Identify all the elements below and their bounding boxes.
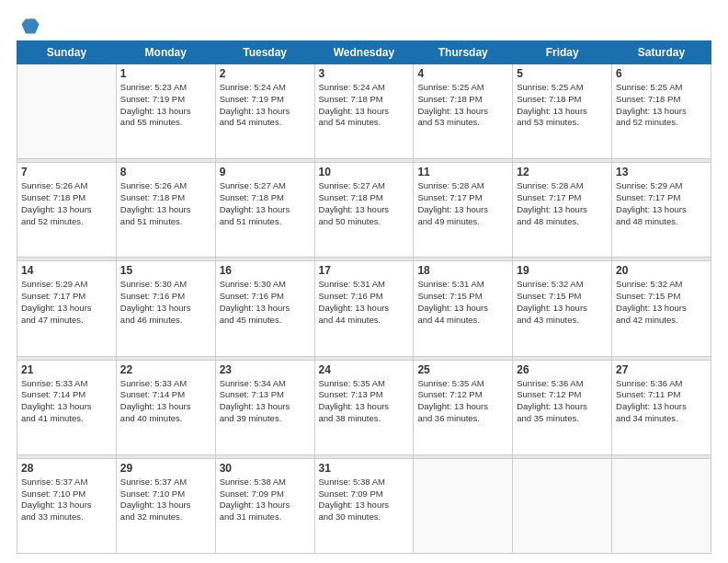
- calendar-cell: 16Sunrise: 5:30 AM Sunset: 7:16 PM Dayli…: [215, 261, 314, 356]
- weekday-header: Saturday: [612, 41, 711, 64]
- day-number: 28: [21, 462, 112, 475]
- day-info: Sunrise: 5:25 AM Sunset: 7:18 PM Dayligh…: [417, 82, 508, 129]
- calendar-cell: 10Sunrise: 5:27 AM Sunset: 7:18 PM Dayli…: [314, 163, 414, 258]
- calendar-cell: 24Sunrise: 5:35 AM Sunset: 7:13 PM Dayli…: [314, 360, 414, 454]
- weekday-header: Tuesday: [215, 41, 314, 64]
- day-number: 5: [517, 67, 608, 80]
- calendar-cell: 29Sunrise: 5:37 AM Sunset: 7:10 PM Dayli…: [116, 458, 215, 553]
- weekday-header: Sunday: [17, 41, 117, 64]
- calendar-cell: [414, 458, 513, 553]
- day-info: Sunrise: 5:29 AM Sunset: 7:17 PM Dayligh…: [616, 180, 707, 227]
- calendar-cell: 28Sunrise: 5:37 AM Sunset: 7:10 PM Dayli…: [17, 458, 117, 553]
- day-number: 15: [120, 264, 211, 277]
- calendar-cell: 6Sunrise: 5:25 AM Sunset: 7:18 PM Daylig…: [612, 64, 711, 159]
- day-number: 3: [319, 67, 410, 80]
- day-info: Sunrise: 5:36 AM Sunset: 7:11 PM Dayligh…: [616, 378, 707, 425]
- day-number: 31: [319, 462, 410, 475]
- day-info: Sunrise: 5:23 AM Sunset: 7:19 PM Dayligh…: [120, 82, 211, 129]
- calendar-cell: 31Sunrise: 5:38 AM Sunset: 7:09 PM Dayli…: [314, 458, 414, 553]
- calendar-cell: 17Sunrise: 5:31 AM Sunset: 7:16 PM Dayli…: [314, 261, 414, 356]
- logo-icon: [20, 15, 40, 35]
- calendar-week-row: 14Sunrise: 5:29 AM Sunset: 7:17 PM Dayli…: [17, 261, 711, 356]
- day-info: Sunrise: 5:33 AM Sunset: 7:14 PM Dayligh…: [120, 378, 211, 425]
- calendar-cell: 5Sunrise: 5:25 AM Sunset: 7:18 PM Daylig…: [513, 64, 612, 159]
- day-number: 21: [21, 363, 112, 376]
- calendar-cell: 20Sunrise: 5:32 AM Sunset: 7:15 PM Dayli…: [612, 261, 711, 356]
- day-number: 2: [220, 67, 311, 80]
- day-info: Sunrise: 5:34 AM Sunset: 7:13 PM Dayligh…: [220, 378, 311, 425]
- day-info: Sunrise: 5:35 AM Sunset: 7:12 PM Dayligh…: [417, 378, 508, 425]
- calendar-cell: 11Sunrise: 5:28 AM Sunset: 7:17 PM Dayli…: [414, 163, 513, 258]
- day-number: 27: [616, 363, 707, 376]
- calendar-table: SundayMondayTuesdayWednesdayThursdayFrid…: [17, 40, 711, 554]
- day-number: 29: [120, 462, 211, 475]
- weekday-header: Monday: [116, 41, 215, 64]
- page: SundayMondayTuesdayWednesdayThursdayFrid…: [0, 0, 728, 563]
- day-info: Sunrise: 5:25 AM Sunset: 7:18 PM Dayligh…: [517, 82, 608, 129]
- calendar-cell: 7Sunrise: 5:26 AM Sunset: 7:18 PM Daylig…: [17, 163, 117, 258]
- day-number: 8: [120, 166, 211, 178]
- calendar-cell: [612, 458, 711, 553]
- weekday-header: Friday: [513, 41, 612, 64]
- calendar-cell: [17, 64, 117, 159]
- day-number: 13: [616, 166, 707, 178]
- calendar-week-row: 28Sunrise: 5:37 AM Sunset: 7:10 PM Dayli…: [17, 458, 711, 553]
- calendar-cell: 23Sunrise: 5:34 AM Sunset: 7:13 PM Dayli…: [215, 360, 314, 454]
- day-info: Sunrise: 5:24 AM Sunset: 7:19 PM Dayligh…: [220, 82, 311, 129]
- calendar-cell: 13Sunrise: 5:29 AM Sunset: 7:17 PM Dayli…: [612, 163, 711, 258]
- day-number: 24: [319, 363, 410, 376]
- day-info: Sunrise: 5:38 AM Sunset: 7:09 PM Dayligh…: [220, 477, 311, 523]
- calendar-cell: 15Sunrise: 5:30 AM Sunset: 7:16 PM Dayli…: [116, 261, 215, 356]
- calendar-cell: 2Sunrise: 5:24 AM Sunset: 7:19 PM Daylig…: [215, 64, 314, 159]
- calendar-cell: 18Sunrise: 5:31 AM Sunset: 7:15 PM Dayli…: [414, 261, 513, 356]
- header: [17, 17, 711, 35]
- day-info: Sunrise: 5:28 AM Sunset: 7:17 PM Dayligh…: [517, 180, 608, 227]
- day-info: Sunrise: 5:30 AM Sunset: 7:16 PM Dayligh…: [120, 279, 211, 326]
- day-number: 4: [417, 67, 508, 80]
- day-info: Sunrise: 5:25 AM Sunset: 7:18 PM Dayligh…: [616, 82, 707, 129]
- day-info: Sunrise: 5:24 AM Sunset: 7:18 PM Dayligh…: [319, 82, 410, 129]
- calendar-header-row: SundayMondayTuesdayWednesdayThursdayFrid…: [17, 41, 711, 64]
- day-info: Sunrise: 5:27 AM Sunset: 7:18 PM Dayligh…: [319, 180, 410, 227]
- weekday-header: Thursday: [414, 41, 513, 64]
- day-number: 20: [616, 264, 707, 277]
- calendar-cell: 3Sunrise: 5:24 AM Sunset: 7:18 PM Daylig…: [314, 64, 414, 159]
- calendar-cell: 1Sunrise: 5:23 AM Sunset: 7:19 PM Daylig…: [116, 64, 215, 159]
- calendar-cell: 21Sunrise: 5:33 AM Sunset: 7:14 PM Dayli…: [17, 360, 117, 454]
- day-number: 11: [417, 166, 508, 178]
- day-info: Sunrise: 5:32 AM Sunset: 7:15 PM Dayligh…: [517, 279, 608, 326]
- calendar-cell: 14Sunrise: 5:29 AM Sunset: 7:17 PM Dayli…: [17, 261, 117, 356]
- day-number: 23: [220, 363, 311, 376]
- day-info: Sunrise: 5:26 AM Sunset: 7:18 PM Dayligh…: [120, 180, 211, 227]
- day-number: 17: [319, 264, 410, 277]
- day-number: 10: [319, 166, 410, 178]
- day-info: Sunrise: 5:31 AM Sunset: 7:15 PM Dayligh…: [417, 279, 508, 326]
- day-info: Sunrise: 5:37 AM Sunset: 7:10 PM Dayligh…: [120, 477, 211, 523]
- weekday-header: Wednesday: [314, 41, 414, 64]
- calendar-cell: 25Sunrise: 5:35 AM Sunset: 7:12 PM Dayli…: [414, 360, 513, 454]
- day-info: Sunrise: 5:29 AM Sunset: 7:17 PM Dayligh…: [21, 279, 112, 326]
- calendar-cell: [513, 458, 612, 553]
- day-info: Sunrise: 5:35 AM Sunset: 7:13 PM Dayligh…: [319, 378, 410, 425]
- day-info: Sunrise: 5:37 AM Sunset: 7:10 PM Dayligh…: [21, 477, 112, 523]
- day-info: Sunrise: 5:33 AM Sunset: 7:14 PM Dayligh…: [21, 378, 112, 425]
- day-info: Sunrise: 5:31 AM Sunset: 7:16 PM Dayligh…: [319, 279, 410, 326]
- day-number: 30: [220, 462, 311, 475]
- calendar-cell: 19Sunrise: 5:32 AM Sunset: 7:15 PM Dayli…: [513, 261, 612, 356]
- day-number: 6: [616, 67, 707, 80]
- day-number: 1: [120, 67, 211, 80]
- calendar-cell: 4Sunrise: 5:25 AM Sunset: 7:18 PM Daylig…: [414, 64, 513, 159]
- day-info: Sunrise: 5:38 AM Sunset: 7:09 PM Dayligh…: [319, 477, 410, 523]
- calendar-cell: 26Sunrise: 5:36 AM Sunset: 7:12 PM Dayli…: [513, 360, 612, 454]
- calendar-cell: 8Sunrise: 5:26 AM Sunset: 7:18 PM Daylig…: [116, 163, 215, 258]
- day-number: 25: [417, 363, 508, 376]
- day-info: Sunrise: 5:27 AM Sunset: 7:18 PM Dayligh…: [220, 180, 311, 227]
- day-info: Sunrise: 5:36 AM Sunset: 7:12 PM Dayligh…: [517, 378, 608, 425]
- calendar-cell: 30Sunrise: 5:38 AM Sunset: 7:09 PM Dayli…: [215, 458, 314, 553]
- calendar-week-row: 1Sunrise: 5:23 AM Sunset: 7:19 PM Daylig…: [17, 64, 711, 159]
- day-number: 12: [517, 166, 608, 178]
- logo: [17, 17, 40, 35]
- day-number: 14: [21, 264, 112, 277]
- calendar-cell: 9Sunrise: 5:27 AM Sunset: 7:18 PM Daylig…: [215, 163, 314, 258]
- day-number: 18: [417, 264, 508, 277]
